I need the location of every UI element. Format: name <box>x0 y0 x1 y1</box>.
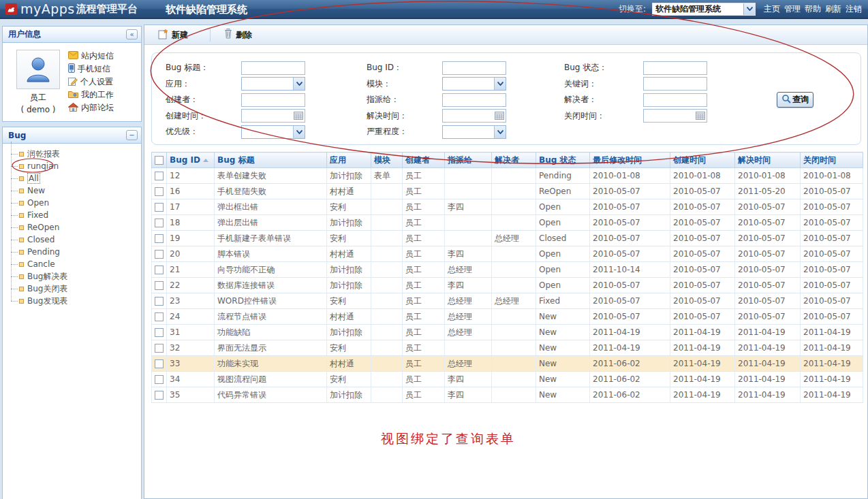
table-row-bug-31[interactable]: 31功能缺陷加计扣除员工总经理New2011-04-192011-04-1920… <box>152 325 863 340</box>
column-header-创建者[interactable]: 创建者 <box>403 152 445 168</box>
search-column-2: Bug ID：模块：指派给：解决时间：严重程度： <box>367 60 506 140</box>
cell-创建者: 员工 <box>403 372 445 387</box>
table-row-bug-23[interactable]: 23WORD控件错误安利员工总经理总经理Fixed2010-05-072010-… <box>152 293 863 309</box>
table-row-bug-17[interactable]: 17弹出框出错安利员工李四Open2010-05-072010-05-07201… <box>152 199 863 215</box>
search-field-assignee[interactable] <box>442 93 506 107</box>
calendar-icon[interactable] <box>495 111 505 120</box>
user-link[interactable]: 我的工作 <box>68 88 138 101</box>
user-link[interactable]: 手机短信 <box>68 63 138 76</box>
column-header-模块[interactable]: 模块 <box>371 152 403 168</box>
row-checkbox[interactable] <box>155 187 164 196</box>
table-row-bug-16[interactable]: 16手机登陆失败村村通员工ReOpen2010-05-072010-05-072… <box>152 184 863 199</box>
row-checkbox[interactable] <box>155 344 164 353</box>
tree-item-Cancle[interactable]: Cancle <box>11 258 141 270</box>
search-field-creator[interactable] <box>241 93 305 107</box>
row-checkbox[interactable] <box>155 203 164 212</box>
topbar-link-帮助[interactable]: 帮助 <box>805 3 821 15</box>
cell-创建者: 员工 <box>403 184 445 199</box>
row-checkbox[interactable] <box>155 312 164 321</box>
search-field-resolver[interactable] <box>643 93 707 107</box>
search-button[interactable]: 查询 <box>777 92 813 108</box>
tree-item-润乾报表[interactable]: 润乾报表 <box>11 148 141 160</box>
row-checkbox[interactable] <box>155 219 164 227</box>
select-all-checkbox[interactable] <box>155 156 164 165</box>
cell-关闭时间: 2010-05-07 <box>801 215 863 231</box>
module-switch-select[interactable]: 软件缺陷管理系统 <box>652 3 756 16</box>
cell-Bug 标题: 功能缺陷 <box>215 325 327 340</box>
row-checkbox[interactable] <box>155 297 164 306</box>
search-select-severity[interactable] <box>442 125 506 139</box>
column-header-关闭时间[interactable]: 关闭时间 <box>801 152 863 168</box>
row-checkbox[interactable] <box>155 265 164 274</box>
search-button-label: 查询 <box>792 94 809 106</box>
topbar-link-刷新[interactable]: 刷新 <box>825 3 841 15</box>
table-row-bug-32[interactable]: 32界面无法显示安利员工New2011-04-192011-04-192011-… <box>152 340 863 356</box>
delete-button[interactable]: 删除 <box>220 27 259 43</box>
column-header-最后修改时间[interactable]: 最后修改时间 <box>590 152 670 168</box>
trash-icon <box>224 29 232 41</box>
cell-应用: 加计扣除 <box>327 168 371 184</box>
tree-item-All[interactable]: All <box>11 172 141 184</box>
user-link[interactable]: 内部论坛 <box>68 101 138 114</box>
row-checkbox[interactable] <box>155 328 164 337</box>
calendar-icon[interactable] <box>294 111 304 120</box>
tree-item-Closed[interactable]: Closed <box>11 234 141 246</box>
row-checkbox[interactable] <box>155 250 164 259</box>
table-row-bug-33[interactable]: 33功能未实现村村通员工总经理New2011-06-022011-04-1920… <box>152 356 863 372</box>
calendar-icon[interactable] <box>696 111 706 120</box>
new-button-label: 新建 <box>172 29 188 41</box>
table-row-bug-34[interactable]: 34视图流程问题安利员工李四New2011-06-022011-04-19201… <box>152 372 863 387</box>
search-field-keyword[interactable] <box>643 77 707 91</box>
tree-item-Bug关闭表[interactable]: Bug关闭表 <box>11 283 141 295</box>
row-checkbox[interactable] <box>155 359 164 368</box>
column-header-Bug 状态[interactable]: Bug 状态 <box>536 152 590 168</box>
tree-item-Bug解决表[interactable]: Bug解决表 <box>11 270 141 283</box>
tree-item-runqian[interactable]: runqian <box>11 160 141 172</box>
row-checkbox[interactable] <box>155 391 164 400</box>
topbar-link-主页[interactable]: 主页 <box>764 3 780 15</box>
column-header-解决者[interactable]: 解决者 <box>492 152 536 168</box>
topbar-link-注销[interactable]: 注销 <box>846 3 862 15</box>
search-select-priority[interactable] <box>241 125 305 139</box>
row-checkbox[interactable] <box>155 172 164 180</box>
row-checkbox[interactable] <box>155 375 164 384</box>
search-field-bug-id[interactable] <box>442 61 506 75</box>
collapse-left-icon[interactable]: « <box>126 29 138 39</box>
column-header-指派给[interactable]: 指派给 <box>445 152 492 168</box>
column-header-创建时间[interactable]: 创建时间 <box>670 152 735 168</box>
row-checkbox[interactable] <box>155 234 164 243</box>
collapse-minus-icon[interactable]: − <box>126 130 138 140</box>
table-row-bug-35[interactable]: 35代码异常错误加计扣除员工李四New2011-06-022011-04-192… <box>152 387 863 403</box>
tree-item-Bug发现表[interactable]: Bug发现表 <box>11 295 141 307</box>
table-row-bug-22[interactable]: 22数据库连接错误加计扣除员工李四Open2010-05-072010-05-0… <box>152 278 863 293</box>
table-row-bug-12[interactable]: 12表单创建失败加计扣除表单员工Pending2010-01-082010-01… <box>152 168 863 184</box>
table-row-bug-24[interactable]: 24流程节点错误村村通员工总经理New2010-05-072010-05-072… <box>152 309 863 325</box>
row-checkbox[interactable] <box>155 281 164 290</box>
tree-item-Open[interactable]: Open <box>11 197 141 209</box>
search-field-bug-status[interactable] <box>643 61 707 75</box>
column-header-解决时间[interactable]: 解决时间 <box>735 152 801 168</box>
search-select-module[interactable] <box>442 77 506 91</box>
tree-item-New[interactable]: New <box>11 184 141 197</box>
table-row-bug-18[interactable]: 18弹出层出错加计扣除员工Open2010-05-072010-05-07201… <box>152 215 863 231</box>
new-button[interactable]: 新建 <box>154 27 195 44</box>
search-field-bug-title[interactable] <box>241 61 305 75</box>
column-header-应用[interactable]: 应用 <box>327 152 371 168</box>
table-row-bug-19[interactable]: 19手机新建子表单错误安利员工总经理Closed2010-05-072010-0… <box>152 231 863 246</box>
cell-解决时间: 2011-04-19 <box>735 372 801 387</box>
column-header-Bug 标题[interactable]: Bug 标题 <box>215 152 327 168</box>
tree-item-Pending[interactable]: Pending <box>11 246 141 258</box>
tree-item-Fixed[interactable]: Fixed <box>11 209 141 221</box>
cell-Bug 状态: Closed <box>536 231 590 246</box>
table-row-bug-21[interactable]: 21向导功能不正确加计扣除员工总经理Open2011-10-142010-05-… <box>152 262 863 278</box>
tree-item-ReOpen[interactable]: ReOpen <box>11 221 141 234</box>
user-link[interactable]: 个人设置 <box>68 76 138 88</box>
table-row-bug-20[interactable]: 20脚本错误村村通员工李四Open2010-05-072010-05-07201… <box>152 246 863 262</box>
topbar-link-管理[interactable]: 管理 <box>784 3 801 15</box>
user-link[interactable]: 站内短信 <box>68 50 138 63</box>
column-header-Bug ID[interactable]: Bug ID <box>167 152 215 168</box>
user-account: ( demo ) <box>8 105 68 114</box>
cell-Bug 状态: New <box>536 356 590 372</box>
switch-label: 切换至: <box>619 3 646 15</box>
search-select-app[interactable] <box>241 77 305 91</box>
